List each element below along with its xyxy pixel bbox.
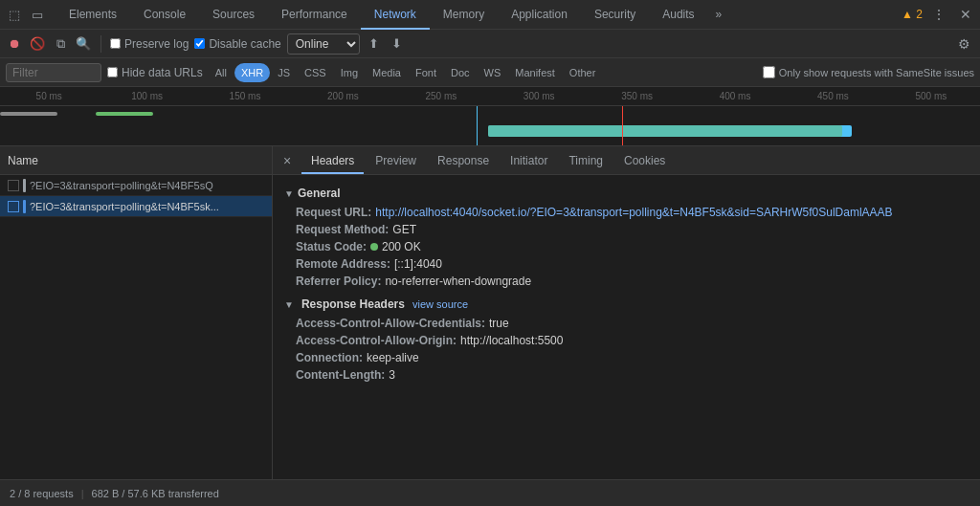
filter-ws[interactable]: WS xyxy=(478,63,508,82)
filter-manifest[interactable]: Manifest xyxy=(508,63,562,82)
status-bar: 2 / 8 requests | 682 B / 57.6 KB transfe… xyxy=(0,479,980,506)
request-color-bar-1 xyxy=(23,179,26,192)
timeline-cursor-blue xyxy=(477,106,478,146)
samesite-checkbox[interactable] xyxy=(763,66,775,78)
request-name-2: ?EIO=3&transport=polling&t=N4BF5sk... xyxy=(30,201,219,212)
settings-btn[interactable]: ⚙ xyxy=(953,33,974,55)
request-url-val: http://localhost:4040/socket.io/?EIO=3&t… xyxy=(375,206,892,219)
request-method-val: GET xyxy=(392,223,416,236)
connection-val: keep-alive xyxy=(367,351,419,364)
detail-tab-preview[interactable]: Preview xyxy=(366,147,426,174)
request-url-row: Request URL: http://localhost:4040/socke… xyxy=(284,206,969,219)
tab-bar-right: ▲ 2 ⋮ ✕ xyxy=(902,4,976,25)
device-toggle-btn[interactable]: ▭ xyxy=(27,4,48,25)
tab-security[interactable]: Security xyxy=(581,0,649,30)
more-tabs-btn[interactable]: » xyxy=(708,8,730,21)
disable-cache-checkbox[interactable] xyxy=(194,38,205,49)
acao-origin-val: http://localhost:5500 xyxy=(460,334,563,347)
download-btn[interactable]: ⬇ xyxy=(389,35,406,53)
filter-types: All XHR JS CSS Img Media Font Doc WS Man… xyxy=(209,63,603,82)
filter-xhr[interactable]: XHR xyxy=(234,63,270,82)
remote-address-row: Remote Address: [::1]:4040 xyxy=(284,257,969,271)
content-length-key: Content-Length: xyxy=(296,368,385,382)
filter-other[interactable]: Other xyxy=(563,63,603,82)
filter-btn[interactable]: ⧉ xyxy=(52,35,69,53)
referrer-policy-row: Referrer Policy: no-referrer-when-downgr… xyxy=(284,275,969,288)
search-btn[interactable]: 🔍 xyxy=(75,35,92,53)
timeline-ruler: 50 ms 100 ms 150 ms 200 ms 250 ms 300 ms… xyxy=(0,87,980,106)
tab-elements[interactable]: Elements xyxy=(56,0,130,30)
request-item[interactable]: ?EIO=3&transport=polling&t=N4BF5sQ xyxy=(0,175,272,196)
requests-panel: Name ?EIO=3&transport=polling&t=N4BF5sQ … xyxy=(0,146,273,479)
filter-row: Hide data URLs All XHR JS CSS Img Media … xyxy=(0,58,980,87)
upload-btn[interactable]: ⬆ xyxy=(366,35,383,53)
general-section-header: ▼ General xyxy=(284,187,969,200)
filter-font[interactable]: Font xyxy=(409,63,443,82)
referrer-policy-key: Referrer Policy: xyxy=(296,275,381,288)
main-tabs: Elements Console Sources Performance Net… xyxy=(56,0,902,29)
acao-credentials-val: true xyxy=(489,317,509,330)
preserve-log-label[interactable]: Preserve log xyxy=(110,37,189,51)
filter-doc[interactable]: Doc xyxy=(444,63,477,82)
requests-count: 2 / 8 requests xyxy=(10,488,74,499)
details-panel: × Headers Preview Response Initiator Tim… xyxy=(273,146,980,479)
timeline-bar-1a xyxy=(0,112,57,116)
detail-tab-cookies[interactable]: Cookies xyxy=(614,147,675,174)
more-options-btn[interactable]: ⋮ xyxy=(928,4,949,25)
filter-js[interactable]: JS xyxy=(271,63,297,82)
tab-application[interactable]: Application xyxy=(498,0,581,30)
mark-150ms: 150 ms xyxy=(196,91,294,101)
clear-btn[interactable]: 🚫 xyxy=(29,35,46,53)
close-devtools-btn[interactable]: ✕ xyxy=(955,4,976,25)
request-method-key: Request Method: xyxy=(296,223,389,236)
mark-500ms: 500 ms xyxy=(882,91,980,101)
main-area: Name ?EIO=3&transport=polling&t=N4BF5sQ … xyxy=(0,146,980,479)
filter-css[interactable]: CSS xyxy=(298,63,333,82)
response-header-row-1: Access-Control-Allow-Origin: http://loca… xyxy=(284,334,969,347)
mark-200ms: 200 ms xyxy=(294,91,391,101)
detail-tab-headers[interactable]: Headers xyxy=(301,147,364,174)
general-toggle[interactable]: ▼ xyxy=(284,188,294,199)
tab-console[interactable]: Console xyxy=(130,0,199,30)
request-color-bar-2 xyxy=(23,200,26,213)
request-url-key: Request URL: xyxy=(296,206,371,219)
tab-performance[interactable]: Performance xyxy=(268,0,361,30)
request-item-selected[interactable]: ?EIO=3&transport=polling&t=N4BF5sk... xyxy=(0,196,272,217)
tab-network[interactable]: Network xyxy=(361,0,430,30)
mark-300ms: 300 ms xyxy=(490,91,588,101)
mark-50ms: 50 ms xyxy=(0,91,98,101)
request-checkbox-2[interactable] xyxy=(8,201,19,212)
detail-tab-initiator[interactable]: Initiator xyxy=(501,147,557,174)
detail-tab-timing[interactable]: Timing xyxy=(559,147,612,174)
status-dot xyxy=(370,243,378,251)
inspect-element-btn[interactable]: ⬚ xyxy=(4,4,25,25)
general-title: General xyxy=(298,187,341,200)
tab-sources[interactable]: Sources xyxy=(199,0,268,30)
view-source-link[interactable]: view source xyxy=(412,298,468,310)
hide-data-urls-label[interactable]: Hide data URLs xyxy=(107,66,203,79)
disable-cache-label[interactable]: Disable cache xyxy=(194,37,280,51)
hide-data-urls-checkbox[interactable] xyxy=(107,67,118,77)
record-btn[interactable]: ⏺ xyxy=(6,35,23,53)
detail-tab-response[interactable]: Response xyxy=(428,147,499,174)
throttle-select[interactable]: Online Fast 3G Slow 3G Offline xyxy=(287,33,360,55)
close-details-btn[interactable]: × xyxy=(278,152,296,169)
warning-badge: ▲ 2 xyxy=(902,8,923,21)
content-length-val: 3 xyxy=(389,368,395,382)
status-separator: | xyxy=(81,488,84,499)
connection-key: Connection: xyxy=(296,351,363,364)
filter-img[interactable]: Img xyxy=(334,63,365,82)
acao-origin-key: Access-Control-Allow-Origin: xyxy=(296,334,457,347)
response-header-row-0: Access-Control-Allow-Credentials: true xyxy=(284,317,969,330)
name-column-header: Name xyxy=(8,154,38,167)
request-method-row: Request Method: GET xyxy=(284,223,969,236)
tab-memory[interactable]: Memory xyxy=(430,0,498,30)
filter-all[interactable]: All xyxy=(209,63,234,82)
request-checkbox-1[interactable] xyxy=(8,180,19,191)
filter-input[interactable] xyxy=(6,63,101,82)
filter-media[interactable]: Media xyxy=(366,63,408,82)
transfer-size: 682 B / 57.6 KB transferred xyxy=(92,488,219,499)
preserve-log-checkbox[interactable] xyxy=(110,38,121,49)
response-headers-toggle[interactable]: ▼ xyxy=(284,299,294,310)
tab-audits[interactable]: Audits xyxy=(649,0,707,30)
